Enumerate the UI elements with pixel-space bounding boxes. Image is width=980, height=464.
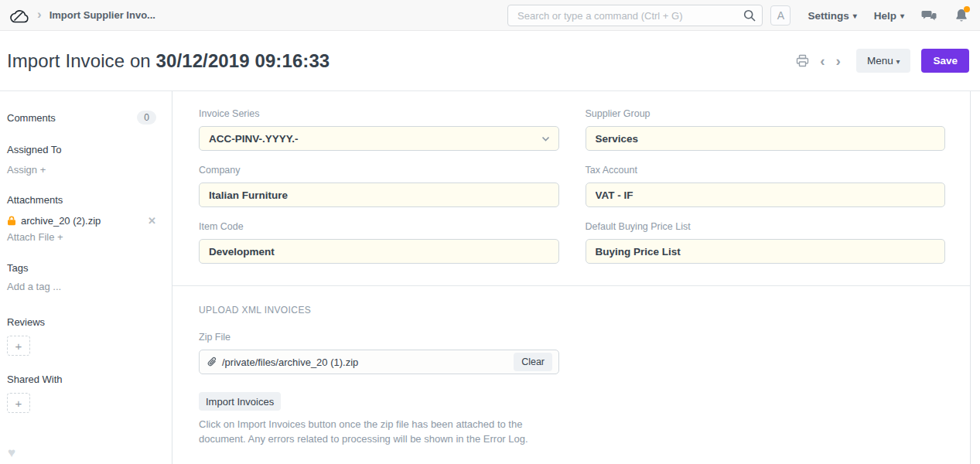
print-button[interactable] xyxy=(796,54,809,67)
page-title-date: 30/12/2019 09:16:33 xyxy=(156,50,330,71)
add-review-button[interactable]: + xyxy=(7,336,30,356)
breadcrumb[interactable]: Import Supplier Invo... xyxy=(50,9,155,21)
comments-label: Comments xyxy=(7,112,56,124)
next-document-button[interactable]: › xyxy=(836,53,841,68)
field-label: Supplier Group xyxy=(586,108,946,119)
attachment-item: archive_20 (2).zip ✕ xyxy=(7,215,156,227)
avatar-letter: A xyxy=(777,9,784,22)
assign-button[interactable]: Assign + xyxy=(7,164,156,176)
remove-attachment-icon[interactable]: ✕ xyxy=(148,215,156,227)
heart-icon: ♥ xyxy=(8,445,15,461)
field-company: Company xyxy=(199,165,559,207)
lock-icon xyxy=(7,216,16,226)
field-invoice-series: Invoice Series xyxy=(199,108,559,151)
add-share-button[interactable]: + xyxy=(7,393,30,413)
reviews-label: Reviews xyxy=(7,316,156,328)
search-icon xyxy=(743,9,756,22)
page-title: Import Invoice on 30/12/2019 09:16:33 xyxy=(7,50,330,72)
add-tag-input[interactable]: Add a tag ... xyxy=(7,281,156,292)
chat-icon[interactable] xyxy=(921,8,937,23)
field-tax-account: Tax Account xyxy=(586,165,946,207)
item-code-input[interactable] xyxy=(199,239,559,264)
assigned-to-label: Assigned To xyxy=(7,144,156,155)
field-label: Company xyxy=(199,165,559,176)
field-supplier-group: Supplier Group xyxy=(586,108,946,151)
form-section-upload: UPLOAD XML INVOICES Zip File /private/fi… xyxy=(172,286,970,447)
zip-file-link[interactable]: /private/files/archive_20 (1).zip xyxy=(222,357,358,368)
field-default-buying-price-list: Default Buying Price List xyxy=(586,221,946,264)
field-label: Invoice Series xyxy=(199,108,559,119)
breadcrumb-chevron-icon: › xyxy=(37,8,42,21)
upload-help-text: Click on Import Invoices button once the… xyxy=(199,418,564,447)
chevron-down-icon: ▾ xyxy=(900,12,904,20)
sidebar: Comments 0 Assigned To Assign + Attachme… xyxy=(0,91,172,464)
tax-account-input[interactable] xyxy=(586,183,946,207)
avatar[interactable]: A xyxy=(770,5,790,26)
import-invoices-button[interactable]: Import Invoices xyxy=(199,392,281,411)
menu-button[interactable]: Menu ▾ xyxy=(856,49,911,73)
upload-section-heading: UPLOAD XML INVOICES xyxy=(199,305,945,316)
search-input[interactable] xyxy=(507,5,763,26)
company-input[interactable] xyxy=(199,183,559,207)
notifications-bell[interactable] xyxy=(954,8,969,23)
attachments-label: Attachments xyxy=(7,194,156,206)
global-search xyxy=(507,5,763,26)
help-label: Help xyxy=(874,10,896,22)
page-title-prefix: Import Invoice on xyxy=(7,50,156,71)
chevron-down-icon: ▾ xyxy=(896,57,900,66)
notification-dot xyxy=(964,6,970,12)
zip-file-control: /private/files/archive_20 (1).zip Clear xyxy=(199,350,559,374)
menu-button-label: Menu xyxy=(867,55,893,67)
default-buying-price-list-input[interactable] xyxy=(586,239,946,264)
form-section-details: Invoice Series Supplier Group Company xyxy=(172,91,970,285)
comments-section[interactable]: Comments 0 xyxy=(7,111,156,125)
field-label: Item Code xyxy=(199,221,559,232)
supplier-group-input[interactable] xyxy=(586,126,946,151)
chevron-down-icon: ▾ xyxy=(853,12,857,20)
clear-button[interactable]: Clear xyxy=(514,353,552,371)
paperclip-icon xyxy=(207,357,217,367)
navbar: › Import Supplier Invo... A Settings ▾ H… xyxy=(0,0,980,31)
help-menu[interactable]: Help ▾ xyxy=(874,10,904,22)
prev-document-button[interactable]: ‹ xyxy=(820,53,825,68)
settings-label: Settings xyxy=(808,10,849,22)
app-logo-cloud-icon[interactable] xyxy=(9,7,29,24)
form-area: Invoice Series Supplier Group Company xyxy=(172,91,971,464)
field-label: Tax Account xyxy=(586,165,946,176)
tags-label: Tags xyxy=(7,262,156,274)
attachment-file-link[interactable]: archive_20 (2).zip xyxy=(21,215,101,227)
attach-file-button[interactable]: Attach File + xyxy=(7,231,156,243)
field-item-code: Item Code xyxy=(199,221,559,264)
invoice-series-select[interactable] xyxy=(199,126,559,151)
field-label: Default Buying Price List xyxy=(586,221,946,232)
printer-icon xyxy=(796,54,809,67)
shared-with-label: Shared With xyxy=(7,374,156,385)
comments-count-badge: 0 xyxy=(137,111,156,125)
zip-file-label: Zip File xyxy=(199,332,945,343)
save-button[interactable]: Save xyxy=(921,49,969,73)
settings-menu[interactable]: Settings ▾ xyxy=(808,10,856,22)
page-head: Import Invoice on 30/12/2019 09:16:33 ‹ … xyxy=(0,31,980,91)
